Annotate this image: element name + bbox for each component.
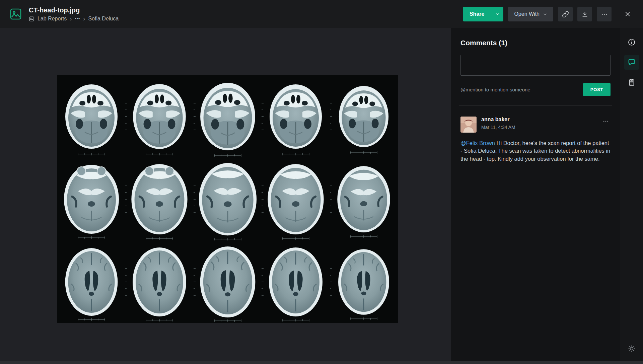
breadcrumb-lab-reports[interactable]: Lab Reports bbox=[38, 16, 67, 22]
open-with-label: Open With bbox=[514, 11, 540, 17]
comment-item: anna baker Mar 11, 4:34 AM @Felix Brown … bbox=[460, 117, 611, 163]
mention-link[interactable]: @Felix Brown bbox=[460, 140, 495, 146]
chevron-right-icon: › bbox=[70, 15, 72, 22]
breadcrumb: Lab Reports › ••• › Sofia Deluca bbox=[29, 16, 119, 22]
open-with-button[interactable]: Open With bbox=[508, 7, 553, 21]
file-meta: CT-head-top.jpg Lab Reports › ••• › Sofi… bbox=[29, 6, 119, 22]
avatar bbox=[460, 117, 477, 133]
copy-link-button[interactable] bbox=[558, 7, 573, 21]
comment-more-button[interactable] bbox=[601, 117, 611, 126]
link-icon bbox=[562, 11, 569, 18]
clipboard-icon bbox=[628, 78, 636, 86]
comments-panel: Comments (1) @mention to mention someone… bbox=[451, 28, 620, 361]
right-toolbar bbox=[620, 28, 643, 361]
close-button[interactable] bbox=[620, 7, 635, 21]
share-label: Share bbox=[463, 7, 491, 21]
share-dropdown-caret[interactable] bbox=[491, 7, 503, 21]
bottom-edge bbox=[0, 361, 643, 364]
info-icon bbox=[628, 38, 636, 46]
post-row: @mention to mention someone POST bbox=[460, 83, 611, 96]
download-button[interactable] bbox=[577, 7, 592, 21]
breadcrumb-current: Sofia Deluca bbox=[88, 16, 119, 22]
comment-author: anna baker bbox=[481, 117, 601, 123]
brightness-icon bbox=[628, 345, 635, 352]
close-icon bbox=[624, 10, 631, 18]
more-horizontal-icon bbox=[602, 118, 609, 125]
mention-hint: @mention to mention someone bbox=[460, 87, 530, 92]
ct-scan-graphic bbox=[57, 75, 398, 323]
breadcrumb-collapsed[interactable]: ••• bbox=[75, 16, 80, 21]
topbar-actions: Share Open With bbox=[463, 7, 635, 21]
comment-input[interactable] bbox=[460, 55, 611, 76]
file-title: CT-head-top.jpg bbox=[29, 6, 119, 14]
share-button[interactable]: Share bbox=[463, 7, 503, 21]
ct-scan-image bbox=[57, 75, 398, 323]
comment-text: @Felix Brown Hi Doctor, here's the scan … bbox=[460, 139, 611, 163]
comment-timestamp: Mar 11, 4:34 AM bbox=[481, 125, 601, 130]
notes-button[interactable] bbox=[624, 75, 639, 90]
more-horizontal-icon bbox=[601, 11, 608, 18]
image-file-icon bbox=[8, 6, 23, 22]
topbar: CT-head-top.jpg Lab Reports › ••• › Sofi… bbox=[0, 0, 643, 28]
comments-toggle-button[interactable] bbox=[624, 55, 639, 70]
divider bbox=[459, 105, 612, 106]
comment-header: anna baker Mar 11, 4:34 AM bbox=[460, 117, 611, 133]
post-button[interactable]: POST bbox=[583, 83, 611, 96]
chevron-right-icon: › bbox=[83, 15, 85, 22]
comments-title: Comments (1) bbox=[460, 39, 611, 47]
comment-icon bbox=[628, 58, 636, 66]
download-icon bbox=[581, 11, 588, 18]
brightness-button[interactable] bbox=[624, 341, 639, 356]
folder-image-icon bbox=[29, 16, 34, 22]
info-button[interactable] bbox=[624, 35, 639, 50]
comment-meta: anna baker Mar 11, 4:34 AM bbox=[481, 117, 601, 130]
chevron-down-icon bbox=[543, 12, 547, 16]
more-options-button[interactable] bbox=[597, 7, 612, 21]
preview-canvas bbox=[0, 28, 451, 361]
